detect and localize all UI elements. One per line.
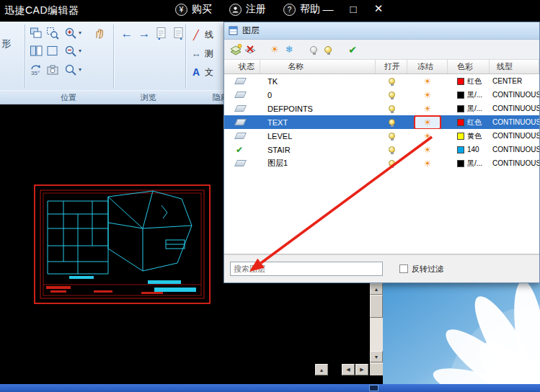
column-header-status[interactable]: 状态 — [224, 60, 260, 74]
layer-open-toggle[interactable] — [376, 88, 407, 102]
zoom-extents-icon[interactable] — [63, 63, 78, 77]
layer-linetype[interactable]: CONTINUOUS — [490, 129, 539, 143]
scroll-up-button[interactable]: ▲ — [370, 283, 383, 295]
layer-freeze-toggle[interactable]: ☀ — [407, 115, 448, 129]
bulb-off-icon — [310, 46, 317, 53]
bulb-on-icon — [389, 105, 395, 112]
column-header-color[interactable]: 色彩 — [448, 60, 490, 74]
vertical-scrollbar-thumb[interactable] — [370, 295, 383, 318]
column-header-freeze[interactable]: 冻结 — [407, 60, 448, 74]
zoom-in-icon[interactable] — [63, 26, 78, 40]
delete-layer-button[interactable] — [243, 42, 257, 58]
layer-freeze-toggle[interactable]: ☀ — [407, 74, 448, 88]
view-split-button[interactable]: ▲ — [315, 364, 328, 375]
text-tool-icon[interactable]: A — [189, 65, 203, 79]
layer-color-cell[interactable]: 黄色 — [448, 129, 490, 143]
scroll-left-button[interactable]: ◀ — [342, 364, 355, 375]
zoom-out-icon[interactable] — [63, 44, 78, 58]
register-button[interactable]: 注册 — [229, 3, 266, 16]
layer-row[interactable]: DEFPOINTS ☀ 黑/... CONTINUOUS — [224, 102, 539, 115]
layer-color-cell[interactable]: 黑/... — [448, 102, 490, 115]
minimize-button[interactable]: — — [321, 3, 335, 15]
zoom-out-dropdown-caret[interactable]: ▾ — [79, 48, 81, 54]
buy-label: 购买 — [192, 3, 212, 16]
layer-linetype[interactable]: CONTINUOUS — [490, 143, 539, 156]
layer-row[interactable]: TEXT ☀ 红色 CONTINUOUS — [224, 115, 539, 129]
layers-dialog-titlebar[interactable]: 图层 — [224, 22, 539, 40]
layer-row[interactable]: TK ☀ 红色 CENTER — [224, 74, 539, 88]
tile-windows-icon[interactable] — [29, 44, 43, 58]
column-header-name[interactable]: 名称 — [260, 60, 376, 74]
layer-linetype[interactable]: CONTINUOUS — [490, 88, 539, 102]
layer-linetype[interactable]: CONTINUOUS — [490, 156, 539, 170]
pan-hand-icon[interactable] — [92, 26, 107, 40]
layer-open-toggle[interactable] — [376, 156, 407, 170]
line-tool-label[interactable]: 线 — [205, 29, 213, 41]
layer-color-cell[interactable]: 140 — [448, 143, 490, 156]
layer-name: LEVEL — [260, 129, 376, 143]
layer-linetype[interactable]: CONTINUOUS — [490, 115, 539, 129]
column-header-linetype[interactable]: 线型 — [490, 60, 539, 74]
layer-row[interactable]: LEVEL ☀ 黄色 CONTINUOUS — [224, 129, 539, 143]
help-button[interactable]: ? 帮助 — [283, 3, 320, 16]
line-tool-icon[interactable]: ╱ — [189, 27, 203, 42]
layer-search-input[interactable] — [230, 262, 383, 276]
layer-freeze-toggle[interactable]: ☀ — [407, 156, 448, 170]
layer-off-bulb-button[interactable] — [306, 42, 321, 58]
layer-open-toggle[interactable] — [376, 115, 407, 129]
layer-freeze-toggle[interactable]: ☀ — [407, 88, 448, 102]
sun-icon: ☀ — [424, 77, 432, 86]
invert-filter-checkbox[interactable] — [399, 264, 408, 273]
new-layer-button[interactable] — [229, 42, 243, 58]
layer-status-cell: ✔ — [224, 143, 260, 156]
layer-color-cell[interactable]: 黑/... — [448, 156, 490, 170]
layer-row[interactable]: 图层1 ☀ 黑/... CONTINUOUS — [224, 156, 539, 170]
viewport-icon[interactable] — [29, 26, 43, 40]
desktop-wallpaper — [383, 283, 540, 392]
column-header-open[interactable]: 打开 — [376, 60, 407, 74]
snapshot-icon[interactable] — [45, 63, 60, 77]
color-swatch — [457, 133, 464, 140]
zoom-extents-dropdown-caret[interactable]: ▾ — [79, 66, 81, 73]
scroll-right-button[interactable]: ▶ — [355, 364, 368, 375]
thaw-sun-button[interactable]: ☀ — [267, 42, 282, 58]
layer-linetype[interactable]: CONTINUOUS — [490, 102, 539, 115]
layer-color-cell[interactable]: 红色 — [448, 115, 490, 129]
prev-page-icon[interactable] — [154, 26, 169, 40]
layer-freeze-toggle[interactable]: ☀ — [407, 129, 448, 143]
layer-linetype[interactable]: CENTER — [490, 74, 539, 88]
layer-row[interactable]: 0 ☀ 黑/... CONTINUOUS — [224, 88, 539, 102]
layer-freeze-toggle[interactable]: ☀ — [407, 102, 448, 115]
layer-color-cell[interactable]: 红色 — [448, 74, 490, 88]
color-swatch — [457, 92, 464, 99]
layer-open-toggle[interactable] — [376, 143, 407, 156]
layer-color-cell[interactable]: 黑/... — [448, 88, 490, 102]
next-page-icon[interactable] — [172, 26, 186, 40]
layer-color-name: 黑/... — [467, 90, 482, 100]
forward-icon[interactable]: → — [137, 26, 151, 40]
layer-open-toggle[interactable] — [376, 102, 407, 115]
rotate-view-icon[interactable]: 35° — [29, 63, 43, 77]
freeze-snowflake-button[interactable]: ❄ — [282, 42, 296, 58]
layer-color-name: 黑/... — [467, 159, 482, 169]
measure-tool-icon[interactable]: ↔ — [189, 46, 203, 61]
buy-button[interactable]: ¥ 购买 — [175, 3, 212, 16]
freeze-cell-wrap: ☀ — [415, 89, 440, 101]
layer-open-toggle[interactable] — [376, 74, 407, 88]
zoom-window-icon[interactable] — [45, 26, 60, 40]
measure-tool-label[interactable]: 测 — [205, 48, 213, 60]
viewport-single-icon[interactable] — [45, 44, 60, 58]
layer-open-toggle[interactable] — [376, 129, 407, 143]
back-icon[interactable]: ← — [120, 26, 134, 40]
taskbar-app-icon[interactable] — [369, 385, 379, 391]
text-tool-label[interactable]: 文 — [205, 66, 213, 79]
layer-freeze-toggle[interactable]: ☀ — [407, 143, 448, 156]
maximize-button[interactable]: □ — [346, 3, 360, 15]
layer-row[interactable]: ✔ STAIR ☀ 140 CONTINUOUS — [224, 143, 539, 156]
zoom-dropdown-caret[interactable]: ▾ — [79, 30, 81, 36]
layer-on-bulb-button[interactable] — [321, 42, 335, 58]
close-button[interactable]: ✕ — [371, 2, 386, 15]
set-current-button[interactable]: ✔ — [345, 42, 360, 58]
taskbar[interactable] — [0, 384, 540, 392]
scroll-down-button[interactable]: ▼ — [370, 351, 383, 362]
